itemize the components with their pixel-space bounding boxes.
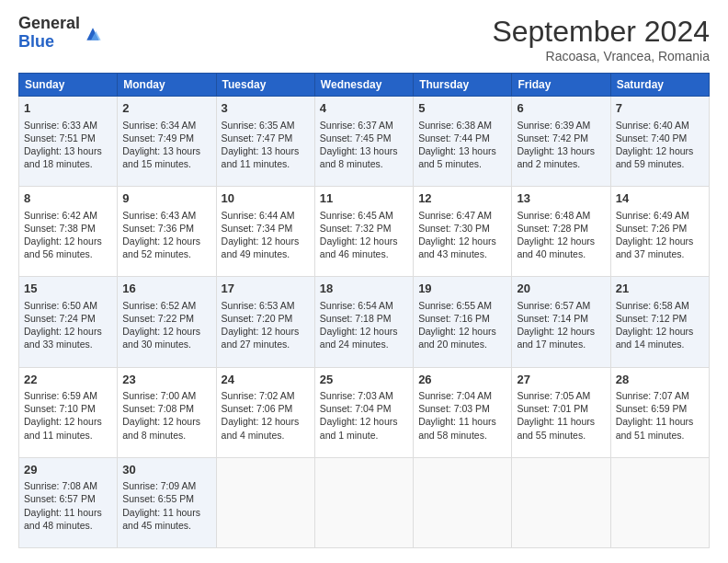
daylight-text: Daylight: 13 hours and 11 minutes. bbox=[222, 145, 300, 169]
daylight-text: Daylight: 11 hours and 51 minutes. bbox=[616, 416, 694, 440]
sunrise-text: Sunrise: 6:58 AM bbox=[616, 300, 689, 311]
table-row: 2Sunrise: 6:34 AMSunset: 7:49 PMDaylight… bbox=[118, 97, 216, 187]
sunset-text: Sunset: 7:16 PM bbox=[418, 313, 490, 324]
sunset-text: Sunset: 7:24 PM bbox=[24, 313, 96, 324]
sunset-text: Sunset: 7:14 PM bbox=[517, 313, 588, 324]
sunrise-text: Sunrise: 6:33 AM bbox=[24, 120, 97, 131]
day-number: 13 bbox=[517, 190, 605, 207]
table-row: 18Sunrise: 6:54 AMSunset: 7:18 PMDayligh… bbox=[314, 277, 413, 367]
sunrise-text: Sunrise: 6:55 AM bbox=[418, 300, 492, 311]
day-number: 24 bbox=[222, 372, 310, 388]
day-number: 9 bbox=[122, 190, 210, 207]
daylight-text: Daylight: 13 hours and 15 minutes. bbox=[122, 145, 200, 169]
table-row: 16Sunrise: 6:52 AMSunset: 7:22 PMDayligh… bbox=[118, 277, 216, 367]
sunrise-text: Sunrise: 6:37 AM bbox=[320, 120, 393, 131]
day-number: 23 bbox=[122, 372, 210, 388]
sunset-text: Sunset: 6:55 PM bbox=[122, 493, 194, 504]
daylight-text: Daylight: 12 hours and 43 minutes. bbox=[418, 236, 496, 259]
sunrise-text: Sunrise: 6:40 AM bbox=[616, 120, 689, 131]
daylight-text: Daylight: 12 hours and 24 minutes. bbox=[320, 326, 398, 350]
sunrise-text: Sunrise: 7:09 AM bbox=[122, 480, 196, 491]
sunrise-text: Sunrise: 6:45 AM bbox=[320, 210, 393, 221]
daylight-text: Daylight: 12 hours and 14 minutes. bbox=[616, 326, 694, 350]
table-row: 12Sunrise: 6:47 AMSunset: 7:30 PMDayligh… bbox=[414, 187, 512, 277]
sunset-text: Sunset: 7:10 PM bbox=[24, 403, 96, 414]
calendar-header-row: Sunday Monday Tuesday Wednesday Thursday… bbox=[19, 74, 710, 97]
day-number: 26 bbox=[418, 372, 506, 388]
daylight-text: Daylight: 12 hours and 27 minutes. bbox=[222, 326, 300, 350]
sunset-text: Sunset: 7:30 PM bbox=[418, 223, 490, 234]
day-number: 16 bbox=[122, 281, 210, 297]
sunset-text: Sunset: 7:42 PM bbox=[517, 132, 588, 144]
daylight-text: Daylight: 12 hours and 49 minutes. bbox=[222, 236, 300, 259]
table-row: 5Sunrise: 6:38 AMSunset: 7:44 PMDaylight… bbox=[414, 97, 512, 187]
table-row: 23Sunrise: 7:00 AMSunset: 7:08 PMDayligh… bbox=[118, 367, 216, 457]
sunset-text: Sunset: 7:01 PM bbox=[517, 403, 588, 414]
sunrise-text: Sunrise: 6:47 AM bbox=[418, 210, 492, 221]
day-number: 11 bbox=[320, 190, 408, 207]
table-row: 13Sunrise: 6:48 AMSunset: 7:28 PMDayligh… bbox=[512, 187, 610, 277]
day-number: 19 bbox=[418, 281, 506, 297]
table-row: 30Sunrise: 7:09 AMSunset: 6:55 PMDayligh… bbox=[118, 457, 216, 547]
sunrise-text: Sunrise: 7:07 AM bbox=[616, 390, 689, 401]
logo: General Blue bbox=[18, 15, 102, 52]
daylight-text: Daylight: 12 hours and 59 minutes. bbox=[616, 145, 694, 169]
table-row bbox=[610, 457, 709, 547]
table-row: 1Sunrise: 6:33 AMSunset: 7:51 PMDaylight… bbox=[19, 97, 118, 187]
day-number: 20 bbox=[517, 281, 605, 297]
daylight-text: Daylight: 11 hours and 55 minutes. bbox=[517, 416, 595, 440]
title-block: September 2024 Racoasa, Vrancea, Romania bbox=[492, 15, 710, 63]
table-row: 11Sunrise: 6:45 AMSunset: 7:32 PMDayligh… bbox=[314, 187, 413, 277]
sunrise-text: Sunrise: 6:35 AM bbox=[222, 120, 295, 131]
page-subtitle: Racoasa, Vrancea, Romania bbox=[492, 49, 710, 63]
sunset-text: Sunset: 7:26 PM bbox=[616, 223, 688, 234]
table-row: 10Sunrise: 6:44 AMSunset: 7:34 PMDayligh… bbox=[216, 187, 314, 277]
table-row: 20Sunrise: 6:57 AMSunset: 7:14 PMDayligh… bbox=[512, 277, 610, 367]
sunrise-text: Sunrise: 7:02 AM bbox=[222, 390, 295, 401]
daylight-text: Daylight: 12 hours and 30 minutes. bbox=[122, 326, 200, 350]
col-tuesday: Tuesday bbox=[216, 74, 314, 97]
daylight-text: Daylight: 12 hours and 8 minutes. bbox=[122, 416, 200, 440]
sunrise-text: Sunrise: 7:00 AM bbox=[122, 390, 196, 401]
sunset-text: Sunset: 6:57 PM bbox=[24, 493, 96, 504]
col-thursday: Thursday bbox=[414, 74, 512, 97]
daylight-text: Daylight: 11 hours and 58 minutes. bbox=[418, 416, 496, 440]
day-number: 1 bbox=[24, 100, 112, 117]
sunrise-text: Sunrise: 6:50 AM bbox=[24, 300, 97, 311]
calendar-week-row: 15Sunrise: 6:50 AMSunset: 7:24 PMDayligh… bbox=[19, 277, 710, 367]
day-number: 18 bbox=[320, 281, 408, 297]
day-number: 12 bbox=[418, 190, 506, 207]
sunrise-text: Sunrise: 7:08 AM bbox=[24, 480, 97, 491]
sunset-text: Sunset: 7:36 PM bbox=[122, 223, 194, 234]
sunrise-text: Sunrise: 6:57 AM bbox=[517, 300, 590, 311]
table-row: 27Sunrise: 7:05 AMSunset: 7:01 PMDayligh… bbox=[512, 367, 610, 457]
daylight-text: Daylight: 12 hours and 4 minutes. bbox=[222, 416, 300, 440]
day-number: 22 bbox=[24, 372, 112, 388]
table-row: 24Sunrise: 7:02 AMSunset: 7:06 PMDayligh… bbox=[216, 367, 314, 457]
table-row: 9Sunrise: 6:43 AMSunset: 7:36 PMDaylight… bbox=[118, 187, 216, 277]
day-number: 7 bbox=[616, 100, 704, 117]
sunset-text: Sunset: 7:18 PM bbox=[320, 313, 392, 324]
day-number: 30 bbox=[122, 462, 210, 478]
col-saturday: Saturday bbox=[610, 74, 709, 97]
table-row: 14Sunrise: 6:49 AMSunset: 7:26 PMDayligh… bbox=[610, 187, 709, 277]
logo-general-text: General bbox=[18, 15, 80, 33]
col-wednesday: Wednesday bbox=[314, 74, 413, 97]
calendar-week-row: 22Sunrise: 6:59 AMSunset: 7:10 PMDayligh… bbox=[19, 367, 710, 457]
table-row: 4Sunrise: 6:37 AMSunset: 7:45 PMDaylight… bbox=[314, 97, 413, 187]
calendar-week-row: 1Sunrise: 6:33 AMSunset: 7:51 PMDaylight… bbox=[19, 97, 710, 187]
daylight-text: Daylight: 11 hours and 45 minutes. bbox=[122, 507, 200, 531]
col-monday: Monday bbox=[118, 74, 216, 97]
day-number: 28 bbox=[616, 372, 704, 388]
col-friday: Friday bbox=[512, 74, 610, 97]
calendar-table: Sunday Monday Tuesday Wednesday Thursday… bbox=[18, 73, 710, 548]
table-row: 15Sunrise: 6:50 AMSunset: 7:24 PMDayligh… bbox=[19, 277, 118, 367]
sunset-text: Sunset: 7:32 PM bbox=[320, 223, 392, 234]
day-number: 2 bbox=[122, 100, 210, 117]
daylight-text: Daylight: 12 hours and 20 minutes. bbox=[418, 326, 496, 350]
day-number: 17 bbox=[222, 281, 310, 297]
day-number: 15 bbox=[24, 281, 112, 297]
logo-icon bbox=[84, 25, 102, 43]
logo-blue-text: Blue bbox=[18, 33, 80, 52]
day-number: 14 bbox=[616, 190, 704, 207]
